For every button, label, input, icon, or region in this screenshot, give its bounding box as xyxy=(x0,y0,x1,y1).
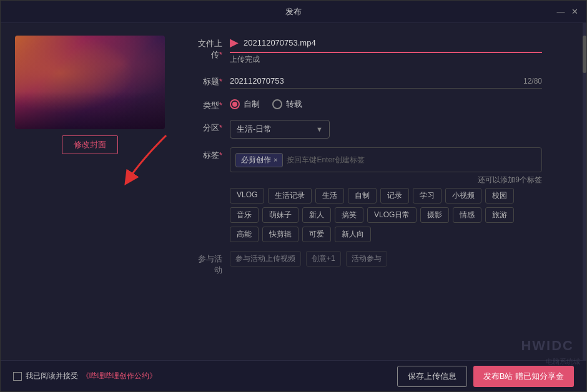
rec-tag-yinyue[interactable]: 音乐 xyxy=(230,207,259,223)
activity-item-1[interactable]: 参与活动上传视频 xyxy=(230,251,301,267)
rec-tag-xinren-xiang[interactable]: 新人向 xyxy=(335,227,371,242)
type-control: 自制 转载 xyxy=(230,97,570,110)
tags-row: 标签* 必剪创作 × 按回车键Enter创建标签 还可以添加9个标签 VLOG xyxy=(191,147,570,242)
upload-filename: 202112070753.mp4 xyxy=(244,38,316,47)
rec-tag-shenghuo[interactable]: 生活 xyxy=(315,188,344,203)
footer-right: 保存上传信息 发布B站 赠已知分享金 xyxy=(397,366,574,387)
tag-chip-bijian: 必剪创作 × xyxy=(235,153,283,167)
activity-item-2[interactable]: 创意+1 xyxy=(306,251,341,267)
activity-row: 参与活动 参与活动上传视频 创意+1 活动参与 xyxy=(191,251,570,276)
activity-control: 参与活动上传视频 创意+1 活动参与 xyxy=(230,251,570,267)
agreement-checkbox[interactable] xyxy=(13,372,22,381)
content-area: 修改封面 文件上传* ▶ 2 xyxy=(1,23,586,360)
file-upload-row: 文件上传* ▶ 202112070753.mp4 上传完成 xyxy=(191,36,570,65)
rec-tag-xinren[interactable]: 新人 xyxy=(302,207,331,223)
titlebar: 发布 — ✕ xyxy=(1,1,586,23)
radio-original-circle xyxy=(230,99,240,109)
rec-tag-gaoneng[interactable]: 高能 xyxy=(230,227,259,242)
type-row: 类型* 自制 转载 xyxy=(191,97,570,111)
partition-select[interactable]: 生活-日常 ▼ xyxy=(230,120,330,139)
publish-button[interactable]: 发布B站 赠已知分享金 xyxy=(473,366,574,387)
main-window: 发布 — ✕ 修改封面 xyxy=(0,0,587,392)
left-panel: 修改封面 xyxy=(1,23,179,360)
file-upload-control: ▶ 202112070753.mp4 上传完成 xyxy=(230,36,570,65)
rec-tag-vlog[interactable]: VLOG xyxy=(230,188,264,203)
rec-tag-ke'ai[interactable]: 可爱 xyxy=(302,227,331,242)
right-panel: 文件上传* ▶ 202112070753.mp4 上传完成 标题* xyxy=(179,23,583,360)
activity-item-3[interactable]: 活动参与 xyxy=(346,251,387,267)
tag-input-placeholder: 按回车键Enter创建标签 xyxy=(287,155,365,165)
radio-original-dot xyxy=(232,102,237,107)
tags-control: 必剪创作 × 按回车键Enter创建标签 还可以添加9个标签 VLOG 生活记录… xyxy=(230,147,570,242)
title-control: 12/80 xyxy=(230,74,570,89)
rec-tag-qinggan[interactable]: 情感 xyxy=(453,207,481,223)
rec-tag-zizhi[interactable]: 自制 xyxy=(348,188,377,203)
video-icon: ▶ xyxy=(230,36,239,49)
footer-left: 我已阅读并接受 《哔哩哔哩创作公约》 xyxy=(13,371,157,381)
rec-tag-shenghuo-jilu[interactable]: 生活记录 xyxy=(268,188,312,203)
title-input-wrapper: 12/80 xyxy=(230,74,542,89)
rec-tag-sheying[interactable]: 摄影 xyxy=(420,207,449,223)
rec-tag-vlog-daily[interactable]: VLOG日常 xyxy=(367,207,417,223)
partition-value: 生活-日常 xyxy=(237,124,272,135)
agreement-link[interactable]: 《哔哩哔哩创作公约》 xyxy=(82,371,157,381)
upload-progress-bar xyxy=(230,52,542,53)
save-button[interactable]: 保存上传信息 xyxy=(397,366,467,387)
partition-arrow-icon: ▼ xyxy=(316,125,323,133)
rec-tag-xiaoshi[interactable]: 小视频 xyxy=(445,188,481,203)
footer: 我已阅读并接受 《哔哩哔哩创作公约》 保存上传信息 发布B站 赠已知分享金 xyxy=(1,360,586,391)
type-radio-group: 自制 转载 xyxy=(230,97,570,110)
tag-hint: 还可以添加9个标签 xyxy=(230,175,542,185)
recommended-tags-container: VLOG 生活记录 生活 自制 记录 学习 小视频 校园 音乐 萌妹子 新人 搞… xyxy=(230,188,542,242)
tag-close-icon[interactable]: × xyxy=(274,156,277,164)
rec-tag-jilu[interactable]: 记录 xyxy=(380,188,409,203)
rec-tag-mengmeizi[interactable]: 萌妹子 xyxy=(262,207,298,223)
activity-label: 参与活动 xyxy=(191,251,222,276)
type-original[interactable]: 自制 xyxy=(230,99,260,110)
rec-tag-xuexi[interactable]: 学习 xyxy=(413,188,441,203)
tags-label: 标签* xyxy=(191,147,222,161)
tags-input-area[interactable]: 必剪创作 × 按回车键Enter创建标签 xyxy=(230,147,542,172)
agreement-prefix: 我已阅读并接受 xyxy=(26,371,78,381)
thumbnail-overlay xyxy=(15,92,165,129)
tag-chip-label: 必剪创作 xyxy=(241,155,271,165)
radio-repost-circle xyxy=(272,99,282,109)
title-char-count: 12/80 xyxy=(523,77,542,86)
window-title: 发布 xyxy=(285,6,302,17)
window-controls: — ✕ xyxy=(556,7,579,16)
rec-tag-luyou[interactable]: 旅游 xyxy=(485,207,514,223)
rec-tag-xiaoyuan[interactable]: 校园 xyxy=(485,188,514,203)
type-repost[interactable]: 转载 xyxy=(272,99,302,110)
upload-info: ▶ 202112070753.mp4 xyxy=(230,36,570,49)
modify-cover-button[interactable]: 修改封面 xyxy=(62,135,118,154)
activity-items: 参与活动上传视频 创意+1 活动参与 xyxy=(230,251,542,267)
upload-status-text: 上传完成 xyxy=(230,54,570,65)
title-input[interactable] xyxy=(230,74,523,88)
rec-tag-kuaijianji[interactable]: 快剪辑 xyxy=(262,227,298,242)
file-upload-label: 文件上传* xyxy=(191,36,222,61)
partition-row: 分区* 生活-日常 ▼ xyxy=(191,120,570,139)
scrollbar-thumb[interactable] xyxy=(583,36,586,73)
close-button[interactable]: ✕ xyxy=(570,7,579,16)
title-row: 标题* 12/80 xyxy=(191,74,570,89)
type-label: 类型* xyxy=(191,97,222,111)
minimize-button[interactable]: — xyxy=(556,7,565,16)
partition-control: 生活-日常 ▼ xyxy=(230,120,570,139)
partition-label: 分区* xyxy=(191,120,222,134)
rec-tag-gaoxiao[interactable]: 搞笑 xyxy=(335,207,363,223)
scrollbar-track[interactable] xyxy=(583,23,586,360)
thumbnail xyxy=(15,36,165,129)
title-label: 标题* xyxy=(191,74,222,87)
